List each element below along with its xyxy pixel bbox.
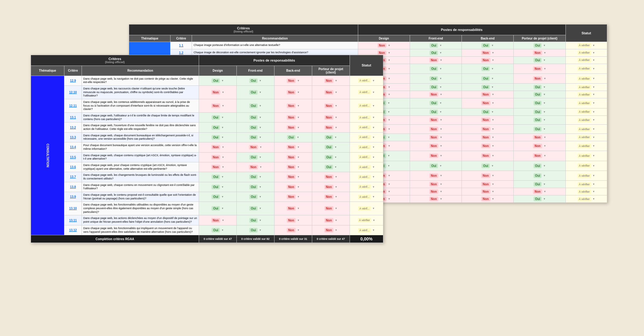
value-cell[interactable]: Non ▼ [514,49,565,56]
value-cell[interactable]: Oui ▼ [199,132,237,142]
value-cell[interactable]: Oui ▼ [514,195,565,203]
dropdown-arrow-icon[interactable]: ▼ [491,67,494,70]
status-dropdown-icon[interactable]: ▼ [592,190,595,193]
front-critere-cell[interactable]: 13.2 [64,123,82,132]
value-cell[interactable]: Non ▼ [274,76,312,85]
status-dropdown-icon[interactable]: ▼ [592,154,595,157]
dropdown-arrow-icon[interactable]: ▼ [259,79,262,82]
dropdown-arrow-icon[interactable]: ▼ [440,136,442,139]
value-cell[interactable]: Oui ▼ [236,132,274,142]
dropdown-arrow-icon[interactable]: ▼ [335,79,337,82]
dropdown-arrow-icon[interactable]: ▼ [221,176,224,178]
dropdown-arrow-icon[interactable]: ▼ [543,164,546,167]
dropdown-arrow-icon[interactable]: ▼ [297,207,300,210]
value-cell[interactable]: Non ▼ [410,195,462,203]
dropdown-arrow-icon[interactable]: ▼ [221,116,224,119]
dropdown-arrow-icon[interactable]: ▼ [259,91,262,94]
value-cell[interactable]: Non ▼ [312,225,350,235]
status-dropdown-icon[interactable]: ▼ [592,111,595,113]
dropdown-arrow-icon[interactable]: ▼ [259,104,262,107]
value-cell[interactable]: Oui ▼ [236,202,274,215]
dropdown-arrow-icon[interactable]: ▼ [491,86,494,89]
value-cell[interactable]: Oui ▼ [199,225,237,235]
value-cell[interactable]: Non ▼ [462,125,514,134]
dropdown-arrow-icon[interactable]: ▼ [439,51,442,54]
dropdown-arrow-icon[interactable]: ▼ [297,79,300,82]
dropdown-arrow-icon[interactable]: ▼ [543,93,546,96]
dropdown-arrow-icon[interactable]: ▼ [388,86,390,89]
dropdown-arrow-icon[interactable]: ▼ [491,77,494,80]
value-cell[interactable]: Oui ▼ [312,142,350,152]
value-cell[interactable]: Non ▼ [410,56,462,64]
dropdown-arrow-icon[interactable]: ▼ [491,111,494,113]
value-cell[interactable]: Non ▼ [312,113,350,123]
status-dropdown-icon[interactable]: ▼ [592,136,595,139]
status-dropdown-icon[interactable]: ▼ [372,104,375,107]
value-cell[interactable]: Non ▼ [199,152,237,162]
dropdown-arrow-icon[interactable]: ▼ [297,229,300,232]
value-cell[interactable]: Oui ▼ [462,108,514,115]
front-critere-cell[interactable]: 12.10 [64,85,82,99]
status-cell[interactable]: À vérifier ▼ [565,84,607,91]
status-cell[interactable]: À vérif... ▼ [350,172,383,182]
dropdown-arrow-icon[interactable]: ▼ [297,195,300,198]
dropdown-arrow-icon[interactable]: ▼ [259,146,262,149]
value-cell[interactable]: Non ▼ [274,215,312,225]
status-cell[interactable]: À vérif... ▼ [350,202,383,215]
front-critere-cell[interactable]: 13.11 [64,215,82,225]
value-cell[interactable]: Non ▼ [462,188,514,195]
dropdown-arrow-icon[interactable]: ▼ [388,136,390,139]
value-cell[interactable]: Non ▼ [199,85,237,99]
value-cell[interactable]: Non ▼ [462,151,514,161]
dropdown-arrow-icon[interactable]: ▼ [259,166,262,168]
dropdown-arrow-icon[interactable]: ▼ [388,198,390,200]
status-cell[interactable]: À vérif... ▼ [350,192,383,202]
dropdown-arrow-icon[interactable]: ▼ [221,136,224,139]
dropdown-arrow-icon[interactable]: ▼ [297,91,300,94]
value-cell[interactable]: Non ▼ [462,49,514,56]
dropdown-arrow-icon[interactable]: ▼ [221,186,224,188]
dropdown-arrow-icon[interactable]: ▼ [259,229,262,232]
critere-cell[interactable]: 1.1 [171,42,192,49]
dropdown-arrow-icon[interactable]: ▼ [491,164,494,167]
value-cell[interactable]: Non ▼ [514,141,565,151]
dropdown-arrow-icon[interactable]: ▼ [388,111,390,113]
status-cell[interactable]: À vérifier ▼ [565,151,607,161]
value-cell[interactable]: Oui ▼ [514,91,565,98]
status-dropdown-icon[interactable]: ▼ [592,102,595,104]
dropdown-arrow-icon[interactable]: ▼ [335,207,337,210]
dropdown-arrow-icon[interactable]: ▼ [335,195,337,198]
value-cell[interactable]: Oui ▼ [462,74,514,83]
front-critere-cell[interactable]: 13.6 [64,162,82,172]
dropdown-arrow-icon[interactable]: ▼ [492,198,494,200]
status-dropdown-icon[interactable]: ▼ [592,93,595,96]
value-cell[interactable]: Oui ▼ [236,152,274,162]
dropdown-arrow-icon[interactable]: ▼ [335,91,337,94]
dropdown-arrow-icon[interactable]: ▼ [297,156,300,159]
status-cell[interactable]: À vérifier ▼ [565,98,607,108]
dropdown-arrow-icon[interactable]: ▼ [439,44,442,47]
front-critere-cell[interactable]: 13.10 [64,202,82,215]
status-dropdown-icon[interactable]: ▼ [592,44,595,47]
status-dropdown-icon[interactable]: ▼ [372,229,375,232]
status-cell[interactable]: À vérif... ▼ [350,152,383,162]
dropdown-arrow-icon[interactable]: ▼ [222,166,224,168]
dropdown-arrow-icon[interactable]: ▼ [492,154,494,157]
front-critere-cell[interactable]: 13.5 [64,152,82,162]
value-cell[interactable]: Non ▼ [462,98,514,108]
dropdown-arrow-icon[interactable]: ▼ [297,116,300,119]
dropdown-arrow-icon[interactable]: ▼ [259,116,262,119]
dropdown-arrow-icon[interactable]: ▼ [388,183,390,186]
value-cell[interactable]: Non ▼ [199,99,237,112]
status-cell[interactable]: À vérifier ▼ [565,42,607,49]
status-cell[interactable]: À vérif... ▼ [350,182,383,192]
value-cell[interactable]: Oui ▼ [514,161,565,171]
value-cell[interactable]: Oui ▼ [236,172,274,182]
dropdown-arrow-icon[interactable]: ▼ [222,146,224,149]
value-cell[interactable]: Oui ▼ [312,162,350,172]
dropdown-arrow-icon[interactable]: ▼ [544,51,546,54]
value-cell[interactable]: Oui ▼ [514,171,565,180]
dropdown-arrow-icon[interactable]: ▼ [388,190,390,193]
dropdown-arrow-icon[interactable]: ▼ [544,145,546,147]
dropdown-arrow-icon[interactable]: ▼ [491,44,494,47]
